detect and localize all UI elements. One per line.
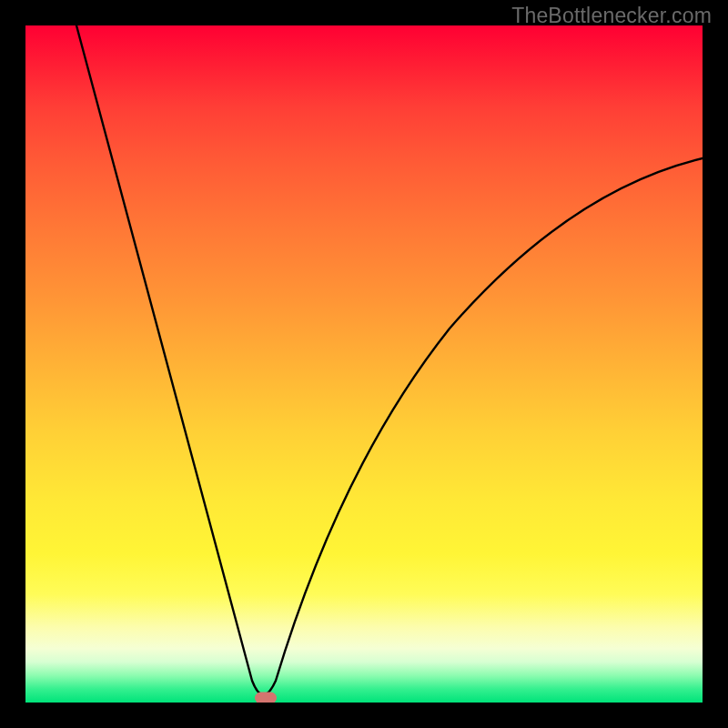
watermark-text: TheBottlenecker.com <box>511 4 712 28</box>
plot-area <box>25 25 703 703</box>
curve-path <box>76 25 703 695</box>
chart-frame: TheBottlenecker.com <box>0 0 728 728</box>
optimal-marker <box>255 693 277 703</box>
bottleneck-curve <box>25 25 703 703</box>
